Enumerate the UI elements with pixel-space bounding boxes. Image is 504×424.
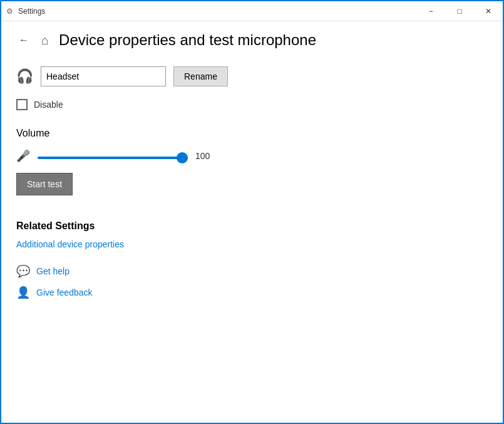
device-name-input[interactable] bbox=[41, 66, 166, 86]
get-help-row: 💬 Get help bbox=[16, 264, 488, 278]
volume-title: Volume bbox=[16, 128, 488, 139]
get-help-link[interactable]: Get help bbox=[36, 266, 69, 276]
give-feedback-row: 👤 Give feedback bbox=[16, 286, 488, 299]
back-button[interactable]: ← bbox=[16, 32, 31, 48]
close-button[interactable]: ✕ bbox=[474, 1, 503, 21]
title-bar-left: ⚙ Settings bbox=[6, 7, 45, 16]
page-content: ← ⌂ Device properties and test microphon… bbox=[1, 21, 503, 423]
start-test-button[interactable]: Start test bbox=[16, 173, 73, 195]
title-bar: ⚙ Settings − □ ✕ bbox=[1, 1, 503, 21]
device-name-row: 🎧 Rename bbox=[16, 66, 488, 86]
related-settings-title: Related Settings bbox=[16, 220, 488, 232]
volume-value: 100 bbox=[195, 151, 214, 161]
headset-icon: 🎧 bbox=[16, 68, 33, 85]
get-help-icon: 💬 bbox=[16, 264, 30, 278]
disable-row: Disable bbox=[16, 99, 488, 110]
disable-label: Disable bbox=[34, 100, 63, 110]
give-feedback-link[interactable]: Give feedback bbox=[36, 287, 93, 297]
additional-device-properties-link[interactable]: Additional device properties bbox=[16, 239, 488, 249]
page-title: Device properties and test microphone bbox=[59, 31, 316, 49]
volume-slider-container bbox=[38, 151, 188, 161]
home-icon: ⌂ bbox=[41, 33, 49, 48]
page-header: ← ⌂ Device properties and test microphon… bbox=[16, 31, 488, 49]
maximize-button[interactable]: □ bbox=[445, 1, 474, 21]
bottom-links: 💬 Get help 👤 Give feedback bbox=[16, 264, 488, 299]
disable-checkbox[interactable] bbox=[16, 99, 28, 110]
volume-slider[interactable] bbox=[38, 157, 188, 159]
title-bar-title: Settings bbox=[18, 7, 45, 16]
related-settings: Related Settings Additional device prope… bbox=[16, 220, 488, 249]
settings-app-icon: ⚙ bbox=[6, 7, 13, 16]
settings-window: ⚙ Settings − □ ✕ ← ⌂ Device properties a… bbox=[0, 0, 504, 424]
volume-section: Volume 🎤 100 Start test bbox=[16, 128, 488, 195]
back-arrow-icon: ← bbox=[19, 34, 29, 46]
rename-button[interactable]: Rename bbox=[173, 66, 228, 86]
give-feedback-icon: 👤 bbox=[16, 286, 30, 299]
minimize-button[interactable]: − bbox=[416, 1, 445, 21]
volume-control-row: 🎤 100 bbox=[16, 149, 488, 163]
microphone-icon: 🎤 bbox=[16, 149, 30, 163]
title-bar-controls: − □ ✕ bbox=[416, 1, 503, 21]
